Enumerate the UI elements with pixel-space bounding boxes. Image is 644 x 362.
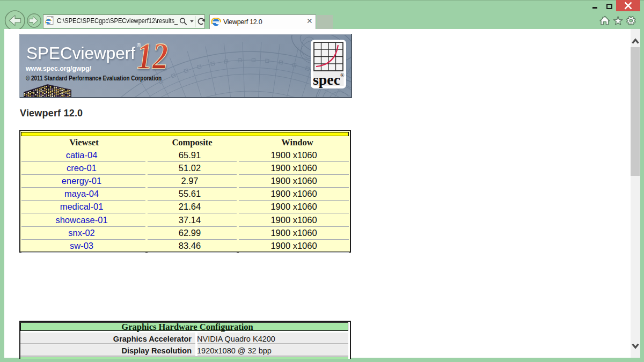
svg-text:spec: spec: [313, 71, 340, 88]
svg-text:www.spec.org/gwpg/: www.spec.org/gwpg/: [25, 65, 92, 72]
svg-text:®: ®: [340, 72, 345, 78]
svg-text:© 2011 Standard Performance Ev: © 2011 Standard Performance Evaluation C…: [26, 75, 162, 82]
svg-text:12: 12: [137, 35, 168, 77]
svg-text:SPECviewperf: SPECviewperf: [26, 43, 135, 63]
